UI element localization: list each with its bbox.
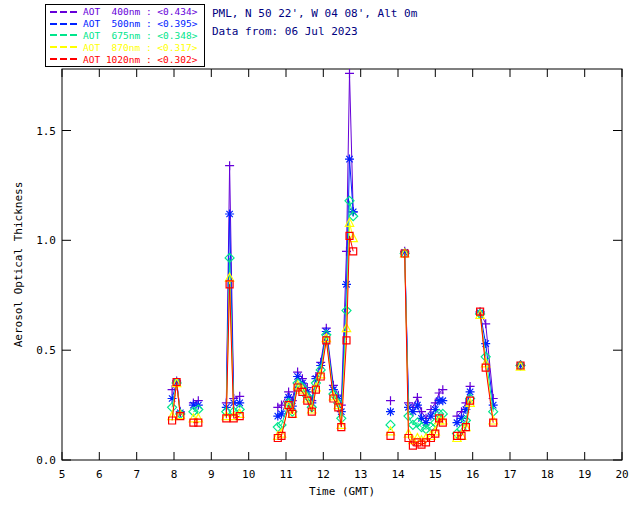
legend-item-400nm: AOT 400nm : <0.434> [46,6,204,17]
legend-line-sample-1020nm [50,58,78,60]
svg-text:19: 19 [578,468,591,481]
x-axis-tick-labels: 567891011121314151617181920 [59,468,629,481]
data-date: Data from: 06 Jul 2023 [212,25,358,38]
svg-text:11: 11 [279,468,292,481]
aot-chart-page: 5678910111213141516171819200.00.51.01.5T… [0,0,640,512]
svg-text:1.5: 1.5 [36,125,56,138]
legend-line-sample-400nm [50,11,78,13]
svg-text:15: 15 [429,468,442,481]
legend-line-sample-675nm [50,34,78,36]
series-400nm [168,69,525,423]
svg-text:16: 16 [466,468,479,481]
svg-text:14: 14 [391,468,405,481]
legend-line-sample-500nm [50,23,78,25]
svg-text:7: 7 [133,468,140,481]
legend: AOT 400nm : <0.434>AOT 500nm : <0.395>AO… [45,4,205,67]
legend-label-870nm: AOT 870nm : <0.317> [83,42,197,53]
legend-item-500nm: AOT 500nm : <0.395> [46,18,204,29]
svg-text:10: 10 [242,468,255,481]
svg-text:8: 8 [171,468,178,481]
legend-item-870nm: AOT 870nm : <0.317> [46,42,204,53]
svg-text:20: 20 [615,468,628,481]
svg-text:0.0: 0.0 [36,454,56,467]
legend-label-400nm: AOT 400nm : <0.434> [83,6,197,17]
svg-text:12: 12 [317,468,330,481]
y-axis-tick-labels: 0.00.51.01.5 [36,125,56,468]
svg-text:0.5: 0.5 [36,344,56,357]
svg-text:17: 17 [503,468,516,481]
plot-area: 5678910111213141516171819200.00.51.01.5T… [0,0,640,512]
legend-item-675nm: AOT 675nm : <0.348> [46,30,204,41]
legend-label-500nm: AOT 500nm : <0.395> [83,18,197,29]
svg-text:1.0: 1.0 [36,234,56,247]
legend-label-675nm: AOT 675nm : <0.348> [83,30,197,41]
legend-item-1020nm: AOT 1020nm : <0.302> [46,54,204,65]
station-info: PML, N 50 22', W 04 08', Alt 0m [212,7,417,20]
legend-line-sample-870nm [50,46,78,48]
y-axis-title: Aerosol Optical Thickness [12,182,25,348]
svg-text:6: 6 [96,468,103,481]
svg-text:18: 18 [541,468,554,481]
x-axis-title: Time (GMT) [309,485,375,498]
legend-label-1020nm: AOT 1020nm : <0.302> [83,54,197,65]
svg-text:9: 9 [208,468,215,481]
svg-text:13: 13 [354,468,367,481]
svg-text:5: 5 [59,468,66,481]
